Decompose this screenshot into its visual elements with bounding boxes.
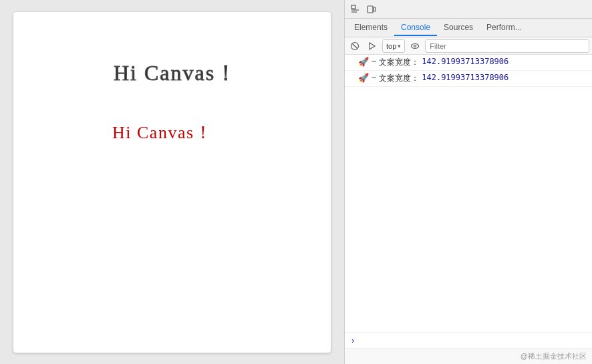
- canvas-text-small: Hi Canvas！: [112, 121, 212, 144]
- console-message-1: 🚀 ~ 文案宽度： 142.91993713378906: [345, 55, 592, 71]
- clear-console-button[interactable]: [347, 39, 362, 53]
- console-input[interactable]: [358, 336, 589, 345]
- canvas-container: Hi Canvas！ Hi Canvas！: [13, 12, 331, 353]
- execute-script-button[interactable]: [365, 39, 380, 53]
- tab-elements[interactable]: Elements: [347, 20, 394, 36]
- devtools-panel: Elements Console Sources Perform... top …: [344, 0, 592, 364]
- devtools-topbar: [345, 0, 592, 19]
- chevron-down-icon: ▾: [398, 43, 401, 49]
- svg-rect-4: [374, 7, 376, 11]
- svg-line-6: [353, 43, 357, 48]
- console-messages: 🚀 ~ 文案宽度： 142.91993713378906 🚀 ~ 文案宽度： 1…: [345, 55, 592, 332]
- msg-prefix-1: ~: [372, 57, 376, 66]
- inspect-element-button[interactable]: [347, 1, 363, 17]
- console-toolbar: top ▾: [345, 37, 592, 55]
- eye-icon-button[interactable]: [408, 39, 422, 53]
- svg-rect-0: [351, 5, 355, 9]
- filter-input[interactable]: [425, 39, 589, 53]
- svg-point-9: [414, 45, 416, 47]
- svg-rect-3: [367, 6, 373, 13]
- msg-label-2: 文案宽度：: [379, 73, 419, 84]
- canvas-text-large: Hi Canvas！: [114, 59, 238, 88]
- context-selector[interactable]: top ▾: [382, 39, 405, 53]
- devtools-tabs: Elements Console Sources Perform...: [345, 19, 592, 37]
- svg-point-8: [412, 43, 419, 48]
- msg-label-1: 文案宽度：: [379, 57, 419, 68]
- tab-sources[interactable]: Sources: [437, 20, 480, 36]
- console-message-2: 🚀 ~ 文案宽度： 142.91993713378906: [345, 71, 592, 87]
- tab-console[interactable]: Console: [394, 20, 437, 36]
- svg-marker-7: [369, 43, 375, 49]
- context-label: top: [386, 42, 396, 50]
- msg-value-2: 142.91993713378906: [422, 73, 508, 82]
- rocket-icon-1: 🚀: [358, 57, 369, 67]
- rocket-icon-2: 🚀: [358, 73, 369, 83]
- canvas-panel: Hi Canvas！ Hi Canvas！: [0, 0, 344, 364]
- msg-prefix-2: ~: [372, 73, 376, 82]
- device-toolbar-button[interactable]: [363, 1, 380, 17]
- console-prompt: ›: [345, 332, 592, 348]
- tab-performance[interactable]: Perform...: [480, 20, 529, 36]
- msg-value-1: 142.91993713378906: [422, 57, 508, 66]
- watermark: @稀土掘金技术社区: [345, 348, 592, 364]
- prompt-arrow-icon: ›: [351, 335, 354, 345]
- watermark-text: @稀土掘金技术社区: [521, 352, 587, 360]
